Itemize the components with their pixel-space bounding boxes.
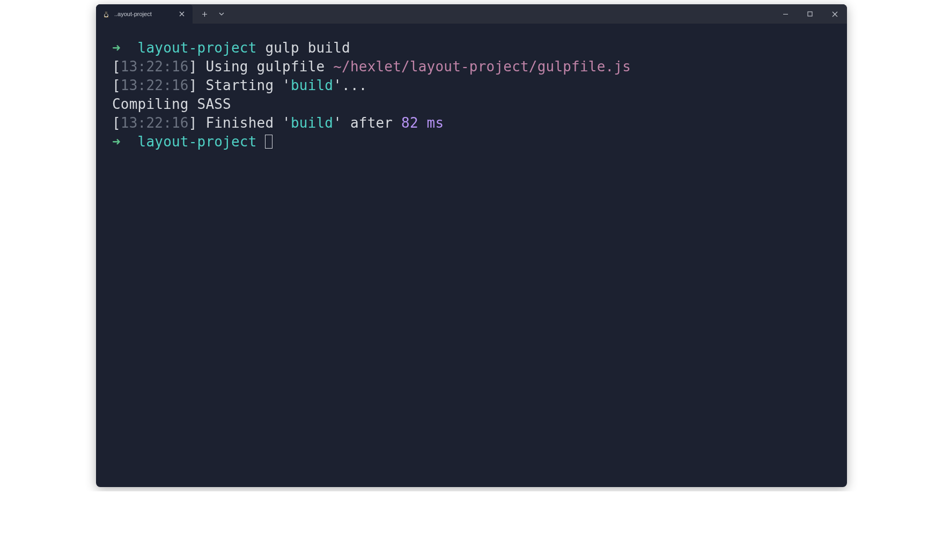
tab-dropdown-button[interactable]	[214, 6, 229, 21]
timestamp: 13:22:16	[121, 58, 189, 75]
tab-actions	[193, 4, 233, 24]
prompt-arrow-icon: ➜	[112, 134, 121, 150]
log-line-finished: [13:22:16] Finished 'build' after 82 ms	[112, 114, 831, 132]
prompt-line-1: ➜ layout-project gulp build	[112, 39, 831, 57]
prompt-directory: layout-project	[138, 134, 257, 150]
task-name: build	[291, 77, 333, 93]
prompt-directory: layout-project	[138, 40, 257, 56]
titlebar: ..ayout-project	[96, 4, 847, 24]
svg-point-5	[106, 12, 106, 13]
terminal-output[interactable]: ➜ layout-project gulp build [13:22:16] U…	[96, 24, 847, 487]
log-line-compiling: Compiling SASS	[112, 95, 831, 114]
timestamp: 13:22:16	[121, 77, 189, 93]
maximize-button[interactable]	[798, 4, 822, 24]
task-name: build	[291, 115, 333, 131]
titlebar-drag-area[interactable]	[233, 4, 773, 24]
command-text: gulp build	[265, 40, 350, 56]
log-line-gulpfile: [13:22:16] Using gulpfile ~/hexlet/layou…	[112, 57, 831, 76]
close-window-button[interactable]	[822, 4, 847, 24]
terminal-window: ..ayout-project ➜ la	[96, 4, 847, 487]
timestamp: 13:22:16	[121, 115, 189, 131]
window-controls	[773, 4, 847, 24]
cursor	[265, 135, 272, 149]
tux-icon	[102, 10, 110, 18]
new-tab-button[interactable]	[197, 6, 212, 21]
tab-title: ..ayout-project	[114, 11, 173, 17]
svg-point-2	[105, 13, 108, 17]
svg-point-6	[107, 12, 107, 13]
log-line-starting: [13:22:16] Starting 'build'...	[112, 76, 831, 95]
prompt-line-2: ➜ layout-project	[112, 132, 831, 151]
close-tab-button[interactable]	[178, 10, 186, 18]
prompt-arrow-icon: ➜	[112, 40, 121, 56]
svg-rect-7	[808, 12, 812, 16]
terminal-tab[interactable]: ..ayout-project	[96, 4, 193, 24]
gulpfile-path: ~/hexlet/layout-project/gulpfile.js	[333, 58, 631, 75]
minimize-button[interactable]	[773, 4, 798, 24]
duration: 82 ms	[401, 115, 444, 131]
